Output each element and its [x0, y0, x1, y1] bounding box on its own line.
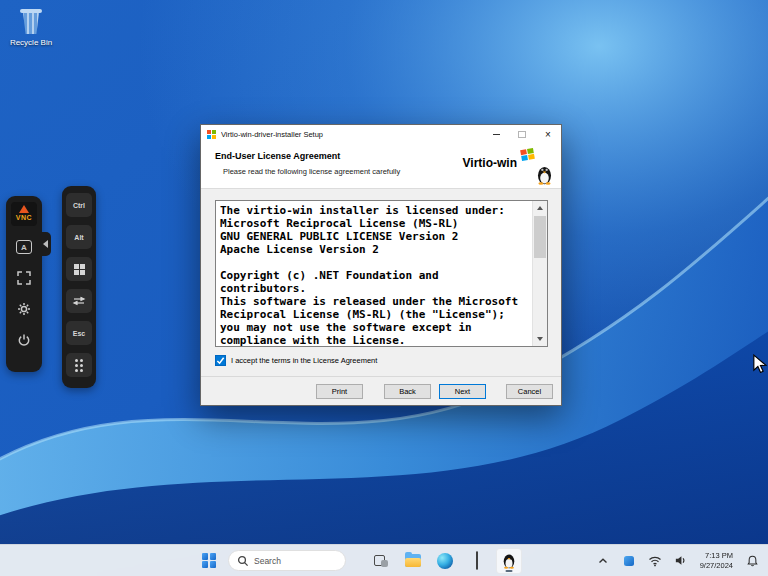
print-button[interactable]: Print	[316, 384, 363, 399]
scroll-up-button[interactable]	[533, 201, 547, 215]
cancel-button[interactable]: Cancel	[506, 384, 553, 399]
running-app-indicator	[506, 570, 513, 572]
desktop: Recycle Bin VNC A	[0, 0, 768, 576]
installer-taskbar-button[interactable]	[496, 548, 522, 574]
accept-label: I accept the terms in the License Agreem…	[231, 356, 377, 365]
recycle-bin-label: Recycle Bin	[8, 38, 54, 47]
tab-key[interactable]	[66, 289, 92, 313]
scrollbar[interactable]	[532, 201, 547, 346]
esc-key[interactable]: Esc	[66, 321, 92, 345]
network-icon	[648, 554, 662, 567]
start-button[interactable]	[196, 548, 222, 574]
extra-keys-panel: Ctrl Alt Esc	[62, 186, 96, 388]
clock-date: 9/27/2024	[700, 561, 733, 571]
fullscreen-button[interactable]	[14, 268, 34, 288]
vnc-logo-text: VNC	[11, 214, 37, 221]
clock[interactable]: 7:13 PM 9/27/2024	[697, 549, 736, 573]
tux-penguin-icon	[536, 164, 553, 185]
fullscreen-icon	[17, 271, 31, 285]
volume-button[interactable]	[671, 549, 691, 573]
collapse-handle-icon	[43, 240, 48, 248]
taskbar: Search	[0, 544, 768, 576]
tray-app-icon	[624, 556, 634, 566]
settings-gear-icon	[17, 302, 31, 316]
brand-art	[519, 146, 553, 186]
installer-app-icon	[207, 130, 216, 139]
tab-key-icon	[72, 295, 86, 307]
scroll-down-button[interactable]	[533, 332, 547, 346]
close-icon: ×	[545, 130, 551, 140]
edge-icon	[437, 553, 453, 569]
brand-logo: Virtio-win	[463, 146, 553, 186]
tray-app-button[interactable]	[619, 549, 639, 573]
file-explorer-icon	[405, 554, 421, 567]
task-view-icon	[374, 554, 388, 567]
scroll-up-icon	[537, 206, 543, 210]
recycle-bin[interactable]: Recycle Bin	[8, 8, 54, 47]
search-icon	[237, 555, 249, 567]
task-view-button[interactable]	[368, 548, 394, 574]
taskbar-center: Search	[196, 545, 522, 576]
windows-key-icon	[74, 264, 85, 275]
scrollbar-thumb[interactable]	[534, 216, 546, 258]
scroll-down-icon	[537, 337, 543, 341]
installer-taskbar-icon	[502, 552, 516, 569]
maximize-button[interactable]	[509, 125, 535, 144]
notification-bell-icon	[746, 554, 759, 568]
next-button[interactable]: Next	[439, 384, 486, 399]
license-text: The virtio-win installer is licensed und…	[216, 201, 533, 346]
collapse-handle[interactable]	[40, 232, 51, 256]
accept-checkbox[interactable]	[215, 355, 226, 366]
vnc-control-bar: VNC A	[6, 196, 42, 372]
clock-time: 7:13 PM	[700, 551, 733, 561]
minimize-icon	[493, 134, 500, 135]
notifications-button[interactable]	[742, 549, 762, 573]
maximize-icon	[518, 131, 526, 138]
alt-key[interactable]: Alt	[66, 225, 92, 249]
monitor-app-icon	[476, 552, 478, 570]
windows-flag-icon	[520, 148, 535, 161]
vnc-logo: VNC	[11, 202, 37, 226]
volume-icon	[674, 554, 687, 567]
power-icon	[17, 333, 31, 347]
more-keys-icon	[75, 359, 83, 372]
brand-text: Virtio-win	[463, 156, 517, 170]
system-tray: 7:13 PM 9/27/2024	[593, 545, 766, 576]
windows-start-icon	[202, 553, 216, 567]
check-icon	[216, 356, 225, 365]
window-title: Virtio-win-driver-installer Setup	[221, 130, 483, 139]
minimize-button[interactable]	[483, 125, 509, 144]
monitor-app-button[interactable]	[464, 548, 490, 574]
installer-window: Virtio-win-driver-installer Setup × End-…	[200, 124, 562, 406]
file-explorer-button[interactable]	[400, 548, 426, 574]
windows-key[interactable]	[66, 257, 92, 281]
settings-button[interactable]	[14, 299, 34, 319]
keyboard-icon: A	[16, 240, 32, 254]
network-button[interactable]	[645, 549, 665, 573]
keyboard-button[interactable]: A	[14, 237, 34, 257]
vnc-flame-icon	[19, 205, 29, 213]
close-button[interactable]: ×	[535, 125, 561, 144]
more-keys-button[interactable]	[66, 353, 92, 377]
chevron-up-icon	[597, 555, 609, 567]
search-label: Search	[254, 556, 281, 566]
recycle-bin-icon	[16, 8, 46, 36]
window-titlebar[interactable]: Virtio-win-driver-installer Setup ×	[201, 125, 561, 144]
dialog-footer: Print Back Next Cancel	[201, 376, 561, 405]
power-button[interactable]	[14, 330, 34, 350]
dialog-header: End-User License Agreement Please read t…	[201, 144, 561, 189]
ctrl-key[interactable]: Ctrl	[66, 193, 92, 217]
accept-license-row: I accept the terms in the License Agreem…	[215, 355, 377, 366]
license-text-box[interactable]: The virtio-win installer is licensed und…	[215, 200, 548, 347]
edge-button[interactable]	[432, 548, 458, 574]
back-button[interactable]: Back	[384, 384, 431, 399]
page-title: End-User License Agreement	[215, 151, 340, 161]
page-subtitle: Please read the following license agreem…	[223, 167, 400, 176]
search-box[interactable]: Search	[228, 550, 346, 571]
hidden-icons-button[interactable]	[593, 549, 613, 573]
